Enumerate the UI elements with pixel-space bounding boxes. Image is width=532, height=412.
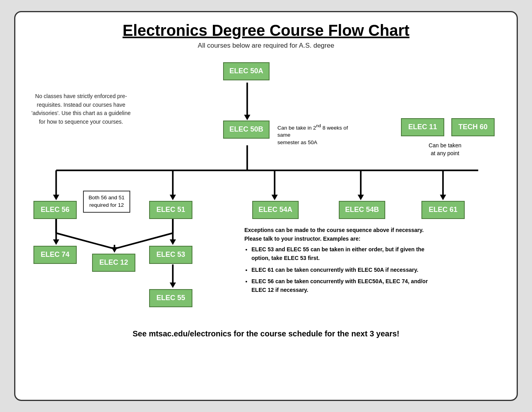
course-elec12: ELEC 12 [92, 254, 135, 272]
svg-marker-1 [244, 115, 250, 120]
course-elec74: ELEC 74 [33, 246, 77, 264]
course-elec53: ELEC 53 [149, 246, 192, 264]
svg-marker-7 [170, 195, 176, 200]
footer-text: See mtsac.edu/electronics for the course… [28, 325, 504, 338]
course-elec51: ELEC 51 [149, 201, 192, 219]
elec50b-note: Can be take in 2nd 8 weeks of samesemest… [277, 123, 348, 147]
exception-item-2: ELEC 61 can be taken concurrently with E… [251, 266, 441, 275]
course-tech60: TECH 60 [451, 118, 495, 136]
advisory-note: No classes have strictly enforced pre-re… [28, 92, 134, 126]
course-elec54a: ELEC 54A [252, 201, 299, 219]
svg-marker-9 [272, 195, 278, 200]
course-elec54b: ELEC 54B [339, 201, 385, 219]
exceptions-box: Exceptions can be made to the course seq… [240, 226, 445, 298]
flowchart-body: ELEC 50A ELEC 50B Can be take in 2nd 8 w… [28, 57, 504, 317]
elec11-note: Can be takenat any point [406, 142, 484, 157]
course-elec56: ELEC 56 [33, 201, 77, 219]
note-56-51: Both 56 and 51required for 12 [83, 191, 130, 213]
course-elec11: ELEC 11 [401, 118, 444, 136]
svg-marker-5 [53, 195, 59, 200]
course-elec55: ELEC 55 [149, 289, 192, 307]
exception-item-3: ELEC 56 can be taken concurrently with E… [251, 277, 441, 294]
course-elec50a: ELEC 50A [223, 62, 270, 80]
exceptions-title: Exceptions can be made to the course seq… [244, 227, 424, 242]
chart-container: Electronics Degree Course Flow Chart All… [14, 11, 518, 401]
course-elec50b: ELEC 50B [223, 121, 270, 139]
course-elec61: ELEC 61 [421, 201, 465, 219]
svg-marker-13 [440, 195, 446, 200]
exceptions-list: ELEC 53 and ELEC 55 can be taken in eith… [251, 245, 441, 294]
subtitle: All courses below are required for A.S. … [28, 42, 504, 50]
svg-marker-15 [53, 239, 59, 245]
main-title: Electronics Degree Course Flow Chart [28, 22, 504, 39]
svg-marker-19 [170, 282, 176, 288]
exception-item-1: ELEC 53 and ELEC 55 can be taken in eith… [251, 245, 441, 262]
svg-marker-25 [111, 247, 118, 253]
svg-marker-11 [358, 195, 364, 200]
svg-marker-17 [170, 239, 176, 245]
